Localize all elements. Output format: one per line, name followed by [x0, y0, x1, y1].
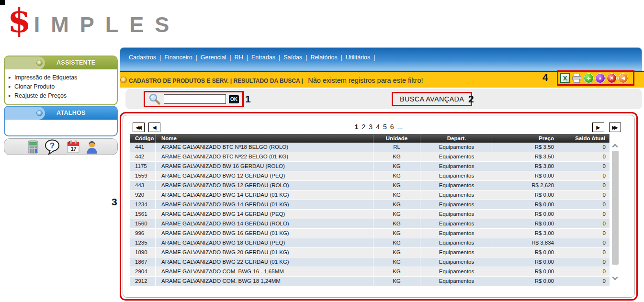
table-row[interactable]: 2904ARAME GALVANIZADO COM. BWG 16 - 1,65…: [130, 267, 610, 277]
back-icon[interactable]: ◀: [618, 73, 628, 83]
table-body: 441ARAME GALVANIZADO BTC Nº18 BELGO (ROL…: [130, 143, 610, 286]
logo-dollar-icon: $: [8, 2, 31, 39]
sidebar-item[interactable]: ▸Impressão de Etiquetas: [5, 73, 117, 82]
menu-item[interactable]: Financeiro: [164, 54, 192, 61]
menu-item[interactable]: Saídas: [283, 54, 302, 61]
table-cell: KG: [373, 181, 420, 190]
page-number[interactable]: 4: [376, 123, 380, 131]
column-header[interactable]: Preço: [493, 134, 559, 143]
table-cell: 0: [559, 238, 610, 247]
menu-separator: |: [229, 54, 231, 61]
table-cell: 1560: [130, 219, 156, 228]
table-cell: ARAME GALVANIZADO BWG 18 GERDAU (PEQ): [156, 238, 373, 247]
table-row[interactable]: 996ARAME GALVANIZADO BWG 16 GERDAU (01 K…: [130, 229, 610, 238]
calculator-icon[interactable]: [27, 140, 39, 154]
column-header[interactable]: Saldo Atual: [559, 134, 610, 143]
bullet-arrow-icon: ▸: [9, 75, 11, 80]
menu-separator: |: [196, 54, 197, 61]
scroll-down-icon[interactable]: [612, 274, 618, 280]
table-cell: 0: [559, 267, 610, 276]
table-cell: KG: [373, 200, 420, 209]
table-cell: 0: [559, 181, 610, 190]
page-number[interactable]: 1: [355, 123, 359, 131]
help-icon[interactable]: ?: [44, 139, 61, 155]
pagination-last-button[interactable]: ▶▶: [609, 123, 621, 132]
page-number[interactable]: 2: [362, 123, 366, 131]
table-cell: 442: [130, 152, 156, 161]
table-cell: ARAME GALVANIZADO COM. BWG 16 - 1,65MM: [156, 267, 373, 276]
table-row[interactable]: 2912ARAME GALVANIZADO COM. BWG 18 1,24MM…: [130, 277, 610, 286]
table-cell: Equipamentos: [420, 181, 493, 190]
table-cell: KG: [373, 257, 420, 267]
add-icon[interactable]: +: [584, 73, 594, 83]
sidebar-item[interactable]: ▸Clonar Produto: [5, 82, 117, 91]
table-cell: 1561: [130, 210, 156, 219]
advanced-search-button[interactable]: BUSCA AVANÇADA: [392, 92, 472, 106]
table-row[interactable]: 1867ARAME GALVANIZADO BWG 22 GERDAU (01 …: [130, 257, 610, 267]
table-row[interactable]: 442ARAME GALVANIZADO BTC Nº22 BELGO (01 …: [130, 152, 610, 162]
table-row[interactable]: 1234ARAME GALVANIZADO BWG 14 GERDAU (01 …: [130, 200, 610, 210]
table-row[interactable]: 1890ARAME GALVANIZADO BWG 20 GERDAU (01 …: [130, 248, 610, 257]
sidebar-item[interactable]: ▸Reajuste de Preços: [5, 91, 117, 100]
table-cell: 0: [559, 219, 610, 228]
status-text: CADASTRO DE PRODUTOS E SERV. | RESULTADO…: [129, 76, 423, 85]
table-row[interactable]: 1235ARAME GALVANIZADO BWG 18 GERDAU (PEQ…: [130, 238, 610, 248]
column-header[interactable]: Nome: [156, 134, 373, 143]
sidebar-item-label: Clonar Produto: [14, 83, 55, 90]
panel-arrow-icon: [36, 60, 43, 66]
table-row[interactable]: 1561ARAME GALVANIZADO BWG 14 GERDAU (PEQ…: [130, 210, 610, 219]
page-number[interactable]: ...: [397, 123, 403, 131]
menu-item[interactable]: Entradas: [251, 54, 275, 61]
print-icon[interactable]: [571, 73, 582, 83]
table-row[interactable]: 920ARAME GALVANIZADO BWG 14 GERDAU (01 K…: [130, 190, 610, 200]
menu-item[interactable]: Utilitários: [346, 54, 370, 61]
search-ok-button[interactable]: OK: [229, 95, 239, 103]
table-cell: 996: [130, 229, 156, 238]
table-header: CódigoNomeUnidadeDepart.PreçoSaldo Atual: [130, 134, 610, 143]
menu-separator: |: [341, 54, 342, 61]
excel-export-icon[interactable]: X: [560, 73, 570, 83]
table-cell: KG: [373, 171, 420, 180]
table-row[interactable]: 1175ARAME GALVANIZADO BW 16 GERDAU (ROLO…: [130, 162, 610, 171]
table-cell: R$ 0,00: [493, 267, 559, 276]
column-header[interactable]: Código: [130, 134, 156, 143]
table-cell: 0: [559, 248, 610, 257]
table-row[interactable]: 443ARAME GALVANIZADO BWG 12 GERDAU (ROLO…: [130, 181, 610, 190]
page-number[interactable]: 6: [390, 123, 394, 131]
menu-item[interactable]: RH: [235, 54, 243, 61]
table-cell: ARAME GALVANIZADO BTC Nº18 BELGO (ROLO): [156, 143, 373, 152]
svg-text:17: 17: [71, 146, 77, 152]
table-cell: KG: [373, 277, 420, 286]
close-icon[interactable]: ✕: [607, 73, 617, 83]
search-input[interactable]: [164, 94, 226, 104]
column-header[interactable]: Depart.: [420, 134, 493, 143]
move-up-icon[interactable]: ▲: [595, 73, 605, 83]
search-icon: [148, 93, 161, 105]
page-number[interactable]: 3: [369, 123, 373, 131]
menu-item[interactable]: Gerencial: [201, 54, 226, 61]
table-cell: 441: [130, 143, 156, 152]
scrollbar-thumb[interactable]: [612, 151, 619, 265]
page-number[interactable]: 5: [383, 123, 387, 131]
table-cell: R$ 0,00: [493, 190, 559, 200]
table-cell: KG: [373, 267, 420, 276]
pagination-next-button[interactable]: ▶: [592, 123, 604, 132]
calendar-icon[interactable]: 17: [67, 140, 80, 154]
vertical-scrollbar[interactable]: [611, 143, 620, 281]
table-cell: ARAME GALVANIZADO BWG 12 GERDAU (PEQ): [156, 171, 373, 180]
menu-separator: |: [247, 54, 248, 61]
table-cell: R$ 3,00: [493, 229, 559, 238]
user-icon[interactable]: [85, 140, 99, 154]
table-row[interactable]: 441ARAME GALVANIZADO BTC Nº18 BELGO (ROL…: [130, 143, 610, 152]
action-icons-annotation-box: X + ▲ ✕ ◀: [557, 70, 634, 86]
page-numbers: 123456...: [121, 123, 636, 131]
menu-item[interactable]: Relatórios: [310, 54, 337, 61]
assistente-header: ASSISTENTE: [5, 56, 117, 69]
table-row[interactable]: 1560ARAME GALVANIZADO BWG 14 GERDAU (ROL…: [130, 219, 610, 229]
table-cell: ARAME GALVANIZADO BWG 14 GERDAU (PEQ): [156, 210, 373, 219]
column-header[interactable]: Unidade: [373, 134, 420, 143]
table-cell: 0: [559, 210, 610, 219]
table-row[interactable]: 1559ARAME GALVANIZADO BWG 12 GERDAU (PEQ…: [130, 171, 610, 181]
menu-item[interactable]: Cadastros: [129, 54, 156, 61]
scroll-up-icon[interactable]: [612, 144, 618, 150]
